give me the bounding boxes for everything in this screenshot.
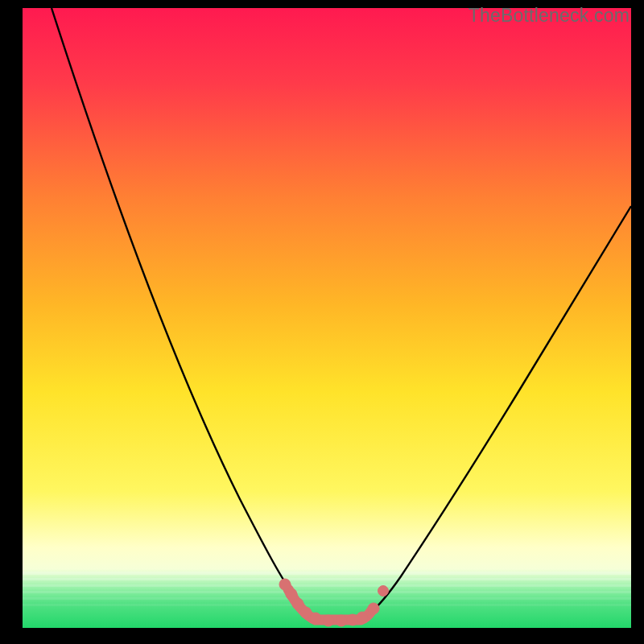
chart-stage: TheBottleneck.com [0,0,644,644]
svg-point-14 [357,612,368,623]
svg-rect-1 [23,578,631,580]
svg-point-11 [323,615,334,626]
svg-rect-4 [23,597,631,600]
svg-rect-3 [23,591,631,593]
plot-area [23,8,631,628]
svg-rect-0 [23,572,631,575]
svg-point-10 [310,613,321,624]
chart-svg [23,8,631,628]
svg-point-6 [279,579,291,590]
svg-rect-5 [23,604,631,606]
svg-point-16 [378,586,389,597]
svg-point-8 [292,598,303,609]
svg-point-12 [336,615,347,626]
svg-rect-2 [23,584,631,587]
svg-point-7 [286,588,297,600]
gradient-background [23,8,631,628]
svg-point-15 [368,603,379,614]
